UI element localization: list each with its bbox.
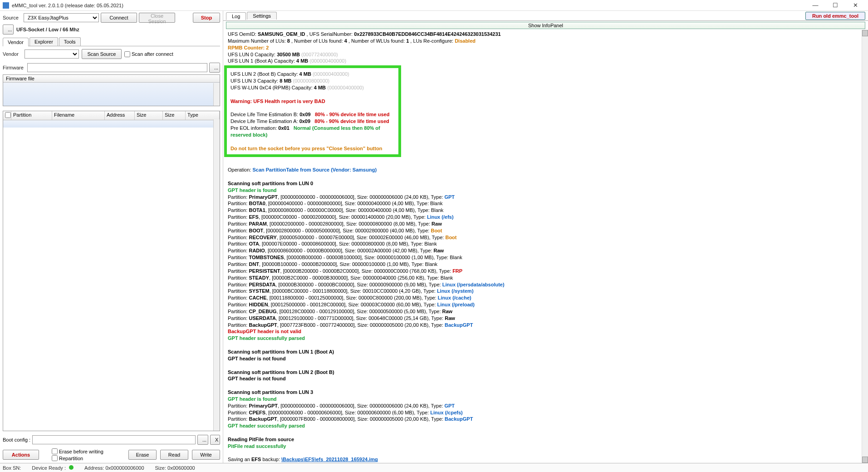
partition-table[interactable]: Partition Filename Address Size Size Typ… (3, 111, 220, 431)
status-boxsn: Box SN: (3, 465, 21, 471)
source-select[interactable]: Z3X EasyJtagPlus (24, 13, 99, 22)
firmware-input[interactable] (27, 63, 207, 72)
col-size2[interactable]: Size (163, 111, 186, 120)
maximize-button[interactable]: ☐ (825, 0, 845, 11)
boot-config-clear[interactable]: X (210, 435, 220, 445)
boot-config-input[interactable] (32, 435, 196, 444)
right-panel: Log Settings Run old emmc_tool Show Info… (223, 11, 868, 463)
title-bar: eMMC_tool ver. 2.0.1.0 (release date: 05… (0, 0, 868, 11)
repartition-check[interactable]: Repartition (52, 455, 103, 461)
firmware-label: Firmware (3, 65, 25, 70)
tab-log[interactable]: Log (226, 12, 246, 20)
socket-label: UFS-Socket / Low / 66 Mhz (16, 27, 79, 32)
firmware-browse-button[interactable]: ... (209, 63, 220, 73)
col-address[interactable]: Address (105, 111, 135, 120)
scan-source-button[interactable]: Scan Source (82, 49, 122, 59)
ready-dot-icon (69, 465, 74, 470)
col-type[interactable]: Type (186, 111, 220, 120)
col-size1[interactable]: Size (135, 111, 163, 120)
log-area[interactable]: UFS OemID: SAMSUNG_OEM_ID , UFS SerialNu… (223, 30, 868, 463)
firmware-list[interactable]: Firmware file (3, 74, 220, 106)
tab-vendor[interactable]: Vendor (3, 38, 29, 46)
partition-table-scrollbar[interactable] (213, 119, 220, 431)
select-all-check[interactable] (5, 112, 11, 118)
tab-settings[interactable]: Settings (247, 12, 277, 20)
minimize-button[interactable]: — (805, 0, 825, 11)
status-address: Address: 0x000000006000 (84, 465, 144, 471)
left-tabs: Vendor Explorer Tools (3, 37, 220, 46)
stop-button[interactable]: Stop (193, 13, 220, 23)
status-bar: Box SN: Device Ready : Address: 0x000000… (0, 463, 868, 472)
table-row[interactable] (3, 120, 220, 128)
left-panel: Source Z3X EasyJtagPlus Connect Close Se… (0, 11, 223, 463)
connect-button[interactable]: Connect (101, 13, 137, 23)
boot-config-label: Boot config : (3, 437, 30, 442)
col-filename[interactable]: Filename (52, 111, 105, 120)
log-scrollbar[interactable] (862, 30, 868, 463)
run-old-button[interactable]: Run old emmc_tool (805, 12, 865, 20)
firmware-list-scrollbar[interactable] (213, 83, 220, 106)
efs-backup-link[interactable]: \Backups\EFS\efs_20211028_165924.img (281, 457, 378, 462)
show-infopanel-button[interactable]: Show InfoPanel (226, 22, 865, 29)
actions-button[interactable]: Actions (3, 450, 39, 460)
firmware-file-header: Firmware file (3, 75, 220, 83)
close-button[interactable]: ✕ (845, 0, 865, 11)
vendor-select[interactable] (25, 49, 79, 59)
erase-button[interactable]: Erase (128, 450, 157, 460)
app-icon (3, 2, 9, 9)
source-label: Source (3, 15, 22, 20)
erase-before-check[interactable]: Erase before writing (52, 448, 103, 454)
vendor-label: Vendor (3, 51, 22, 57)
close-session-button[interactable]: Close Session (139, 13, 175, 23)
write-button[interactable]: Write (192, 450, 220, 460)
more-button[interactable]: ... (3, 25, 14, 34)
tab-explorer[interactable]: Explorer (29, 37, 58, 46)
status-size: Size: 0x00600000 (155, 465, 195, 471)
tab-tools[interactable]: Tools (59, 37, 81, 46)
status-device-ready: Device Ready : (32, 465, 74, 471)
boot-config-browse[interactable]: ... (197, 435, 208, 445)
col-partition[interactable]: Partition (11, 111, 52, 120)
scan-after-connect-check[interactable]: Scan after connect (124, 51, 173, 57)
window-title: eMMC_tool ver. 2.0.1.0 (release date: 05… (12, 3, 805, 8)
warning-box: UFS LUN 2 (Boot B) Capacity: 4 MB (00000… (224, 65, 401, 157)
partition-table-header: Partition Filename Address Size Size Typ… (3, 111, 220, 120)
read-button[interactable]: Read (160, 450, 188, 460)
